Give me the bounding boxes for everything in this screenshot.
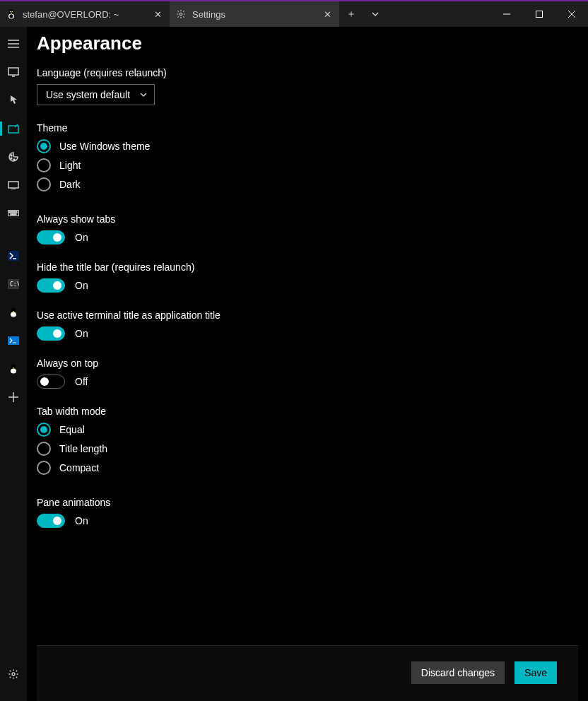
toggle-state: On xyxy=(75,232,88,243)
startup-icon[interactable] xyxy=(0,58,27,86)
radio-icon xyxy=(37,139,51,153)
close-window-button[interactable] xyxy=(555,1,588,27)
svg-point-38 xyxy=(12,673,15,676)
radio-label: Light xyxy=(59,160,81,171)
setting-always-show-tabs: Always show tabs On xyxy=(37,213,578,245)
language-dropdown[interactable]: Use system default xyxy=(37,84,155,105)
profile-cmd-icon[interactable]: C:\ xyxy=(0,270,27,298)
always-on-top-toggle[interactable] xyxy=(37,375,65,389)
title-bar: stefan@OVERLORD: ~ ✕ Settings ✕ ＋ xyxy=(0,0,588,27)
setting-label: Always show tabs xyxy=(37,213,578,225)
setting-label: Always on top xyxy=(37,358,578,369)
svg-rect-33 xyxy=(8,336,19,345)
rendering-icon[interactable] xyxy=(0,171,27,199)
svg-point-16 xyxy=(11,155,12,156)
save-button[interactable]: Save xyxy=(514,661,557,684)
footer: Discard changes Save xyxy=(37,645,578,701)
setting-hide-title-bar: Hide the title bar (requires relaunch) O… xyxy=(37,261,578,293)
close-icon[interactable]: ✕ xyxy=(321,9,334,20)
tab-dropdown-button[interactable] xyxy=(363,11,387,18)
svg-rect-15 xyxy=(8,126,18,133)
setting-language: Language (requires relaunch) Use system … xyxy=(37,67,578,105)
svg-rect-24 xyxy=(11,211,13,213)
tab-terminal[interactable]: stefan@OVERLORD: ~ ✕ xyxy=(0,1,170,27)
interaction-icon[interactable] xyxy=(0,86,27,114)
tab-label: Settings xyxy=(192,9,315,20)
tab-strip: stefan@OVERLORD: ~ ✕ Settings ✕ xyxy=(0,1,339,27)
settings-content: Appearance Language (requires relaunch) … xyxy=(27,27,588,701)
svg-point-4 xyxy=(12,11,13,13)
svg-rect-27 xyxy=(11,214,16,216)
close-icon[interactable]: ✕ xyxy=(151,9,164,20)
profile-linux-icon[interactable] xyxy=(0,298,27,326)
radio-label: Equal xyxy=(59,424,85,435)
svg-rect-19 xyxy=(8,182,18,188)
tab-actions: ＋ xyxy=(339,1,387,27)
new-tab-button[interactable]: ＋ xyxy=(339,8,363,20)
setting-always-on-top: Always on top Off xyxy=(37,358,578,389)
radio-icon xyxy=(37,461,51,475)
tab-label: stefan@OVERLORD: ~ xyxy=(23,9,146,20)
theme-option-light[interactable]: Light xyxy=(37,158,578,172)
radio-icon xyxy=(37,177,51,192)
setting-label: Use active terminal title as application… xyxy=(37,310,578,321)
theme-option-windows[interactable]: Use Windows theme xyxy=(37,139,578,153)
settings-gear-icon[interactable] xyxy=(0,660,27,688)
tabwidth-option-titlelength[interactable]: Title length xyxy=(37,442,578,456)
tux-icon xyxy=(6,8,17,20)
appearance-icon[interactable] xyxy=(0,114,27,143)
toggle-state: On xyxy=(75,328,88,339)
main-area: C:\ Appearance Language (requires relaun… xyxy=(0,27,588,701)
discard-button[interactable]: Discard changes xyxy=(411,661,505,684)
svg-rect-23 xyxy=(9,211,11,213)
dropdown-value: Use system default xyxy=(46,89,130,100)
toggle-state: On xyxy=(75,280,88,291)
toggle-state: Off xyxy=(75,376,88,387)
radio-icon xyxy=(37,423,51,437)
actions-icon[interactable] xyxy=(0,199,27,228)
svg-point-35 xyxy=(11,369,16,374)
hamburger-icon[interactable] xyxy=(0,30,27,58)
color-schemes-icon[interactable] xyxy=(0,143,27,171)
radio-label: Compact xyxy=(59,462,99,473)
svg-point-32 xyxy=(11,312,16,317)
tabwidth-option-equal[interactable]: Equal xyxy=(37,423,578,437)
tab-settings[interactable]: Settings ✕ xyxy=(170,1,339,27)
toggle-state: On xyxy=(75,515,88,526)
setting-label: Tab width mode xyxy=(37,406,578,417)
maximize-button[interactable] xyxy=(523,1,555,27)
profile-powershell-icon[interactable] xyxy=(0,242,27,270)
svg-rect-13 xyxy=(8,68,18,75)
pane-animations-toggle[interactable] xyxy=(37,514,65,528)
radio-icon xyxy=(37,442,51,456)
theme-option-dark[interactable]: Dark xyxy=(37,177,578,192)
svg-rect-26 xyxy=(16,211,17,213)
profile-linux2-icon[interactable] xyxy=(0,355,27,383)
page-title: Appearance xyxy=(37,33,578,54)
svg-point-3 xyxy=(10,11,11,13)
profile-azure-icon[interactable] xyxy=(0,326,27,355)
radio-label: Use Windows theme xyxy=(59,141,150,152)
use-active-title-toggle[interactable] xyxy=(37,326,65,341)
setting-tab-width-mode: Tab width mode Equal Title length Compac… xyxy=(37,406,578,480)
minimize-button[interactable] xyxy=(490,1,523,27)
svg-text:C:\: C:\ xyxy=(10,281,19,288)
setting-label: Pane animations xyxy=(37,497,578,508)
svg-point-2 xyxy=(10,14,13,18)
radio-icon xyxy=(37,158,51,172)
window-controls xyxy=(490,1,588,27)
tabwidth-option-compact[interactable]: Compact xyxy=(37,461,578,475)
setting-pane-animations: Pane animations On xyxy=(37,497,578,528)
chevron-down-icon xyxy=(140,91,147,98)
svg-rect-7 xyxy=(536,11,543,18)
svg-point-18 xyxy=(13,159,15,160)
setting-label: Theme xyxy=(37,122,578,134)
hide-title-bar-toggle[interactable] xyxy=(37,278,65,293)
setting-label: Language (requires relaunch) xyxy=(37,67,578,78)
svg-point-5 xyxy=(180,13,182,16)
radio-label: Title length xyxy=(59,443,107,454)
always-show-tabs-toggle[interactable] xyxy=(37,230,65,245)
add-profile-icon[interactable] xyxy=(0,383,27,411)
setting-label: Hide the title bar (requires relaunch) xyxy=(37,261,578,273)
setting-theme: Theme Use Windows theme Light Dark xyxy=(37,122,578,196)
